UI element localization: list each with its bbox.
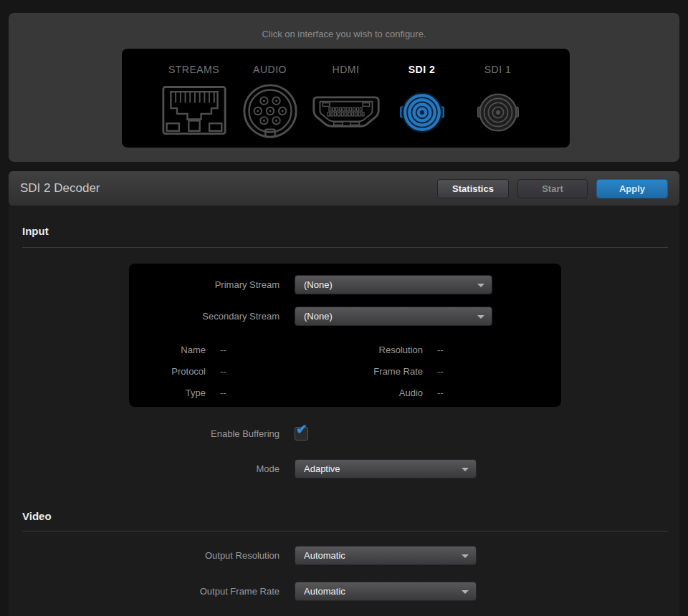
input-section-title: Input	[22, 225, 49, 237]
interface-sdi2-label: SDI 2	[408, 64, 436, 75]
name-label: Name	[129, 345, 206, 355]
output-resolution-label: Output Resolution	[0, 550, 280, 561]
interface-hdmi[interactable]: HDMI	[308, 49, 384, 148]
audio-value: --	[437, 388, 444, 398]
secondary-stream-row: Secondary Stream (None)	[129, 307, 561, 326]
primary-stream-select[interactable]: (None)	[295, 275, 492, 294]
interface-hdmi-label: HDMI	[333, 64, 360, 75]
output-resolution-select[interactable]: Automatic	[295, 546, 477, 565]
output-frame-rate-row: Output Frame Rate Automatic	[0, 582, 477, 601]
output-frame-rate-label: Output Frame Rate	[0, 586, 280, 597]
video-section-title: Video	[22, 510, 52, 522]
interface-selector-panel: Click on interface you wish to configure…	[9, 13, 679, 162]
chevron-down-icon	[462, 468, 469, 471]
chevron-down-icon	[477, 284, 484, 287]
protocol-label: Protocol	[129, 366, 206, 377]
input-section-divider	[22, 247, 668, 248]
video-section-divider	[22, 531, 668, 531]
output-resolution-row: Output Resolution Automatic	[0, 546, 477, 565]
connector-strip: STREAMS	[122, 49, 570, 148]
enable-buffering-row: Enable Buffering ✔	[0, 424, 308, 443]
interface-streams-label: STREAMS	[168, 64, 219, 75]
statistics-button[interactable]: Statistics	[437, 179, 509, 198]
chevron-down-icon	[462, 554, 469, 558]
output-frame-rate-value: Automatic	[304, 586, 345, 597]
interface-sdi1[interactable]: SDI 1	[460, 49, 536, 148]
checkmark-icon: ✔	[296, 423, 307, 436]
decoder-title: SDI 2 Decoder	[20, 181, 437, 196]
frame-rate-value: --	[437, 366, 444, 377]
interface-sdi2[interactable]: SDI 2	[384, 49, 460, 148]
frame-rate-label: Frame Rate	[346, 366, 423, 377]
stream-info-left-column: Name -- Protocol -- Type --	[129, 339, 344, 403]
chevron-down-icon	[462, 590, 469, 594]
enable-buffering-checkbox[interactable]: ✔	[295, 427, 308, 441]
din-audio-icon	[242, 75, 299, 147]
interface-audio[interactable]: AUDIO	[232, 49, 308, 148]
primary-stream-value: (None)	[304, 279, 333, 290]
mode-label: Mode	[0, 463, 280, 474]
interface-sdi1-label: SDI 1	[484, 64, 512, 75]
name-value: --	[220, 345, 226, 355]
protocol-value: --	[220, 366, 226, 377]
secondary-stream-label: Secondary Stream	[129, 311, 280, 322]
mode-value: Adaptive	[304, 463, 340, 474]
bnc-sdi-icon	[477, 77, 519, 148]
output-frame-rate-select[interactable]: Automatic	[295, 582, 477, 601]
interface-audio-label: AUDIO	[253, 64, 287, 75]
mode-select[interactable]: Adaptive	[295, 459, 477, 478]
resolution-label: Resolution	[346, 345, 423, 355]
rj45-ethernet-icon	[161, 75, 227, 147]
instruction-text: Click on interface you wish to configure…	[9, 13, 679, 39]
secondary-stream-select[interactable]: (None)	[295, 307, 492, 326]
hdmi-icon	[310, 80, 382, 148]
primary-stream-label: Primary Stream	[129, 279, 280, 290]
decoder-config-screen: Click on interface you wish to configure…	[0, 0, 688, 616]
primary-stream-row: Primary Stream (None)	[129, 275, 561, 294]
mode-row: Mode Adaptive	[0, 459, 477, 478]
input-stream-panel: Primary Stream (None) Secondary Stream (…	[129, 264, 561, 407]
decoder-header-bar: SDI 2 Decoder Statistics Start Apply	[9, 171, 679, 206]
bnc-sdi-icon	[400, 77, 444, 148]
interface-streams[interactable]: STREAMS	[156, 49, 232, 148]
chevron-down-icon	[477, 315, 484, 319]
apply-button[interactable]: Apply	[596, 179, 668, 198]
resolution-value: --	[437, 345, 444, 355]
enable-buffering-label: Enable Buffering	[0, 428, 280, 439]
type-label: Type	[129, 388, 206, 398]
stream-info-right-column: Resolution -- Frame Rate -- Audio --	[346, 339, 554, 403]
start-button[interactable]: Start	[517, 179, 588, 198]
output-resolution-value: Automatic	[304, 550, 345, 561]
audio-label: Audio	[346, 388, 423, 398]
type-value: --	[220, 388, 226, 398]
secondary-stream-value: (None)	[304, 311, 333, 322]
